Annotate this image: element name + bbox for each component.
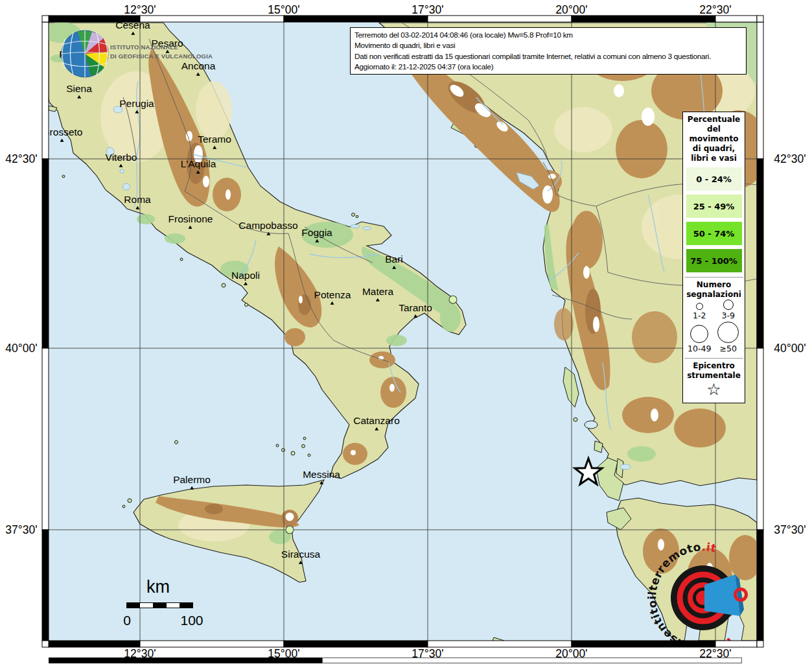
axis-tick-label: 15°00' xyxy=(268,3,299,17)
legend-percent-classes: 0 - 24% 25 - 49% 50 - 74% 75 - 100% xyxy=(685,167,743,272)
legend-report-sizes: 1-2 3-9 10-49 ≥50 xyxy=(685,300,743,353)
axis-tick-label: 42°30' xyxy=(774,152,806,166)
report-count-circle-icon xyxy=(690,325,708,343)
legend-percent-swatch: 0 - 24% xyxy=(686,167,742,191)
bottom-black-bar xyxy=(49,658,322,663)
map-area: www.haisentitoilterremoto.it xyxy=(42,22,768,656)
report-count-label: 10-49 xyxy=(688,344,711,353)
legend-percent-title: Percentuale del movimento di quadri, lib… xyxy=(685,115,743,163)
map-page: www.haisentitoilterremoto.it xyxy=(0,0,812,664)
felt-report-marker xyxy=(286,526,294,534)
event-summary-line: Terremoto del 03-02-2014 04:08:46 (ora l… xyxy=(354,30,742,40)
ambracian-gulf xyxy=(585,421,597,429)
axis-tick-label: 20°00' xyxy=(555,3,587,17)
event-effect-line: Movimento di quadri, libri e vasi xyxy=(354,40,742,51)
axis-tick-label: 17°30' xyxy=(412,3,443,17)
legend-percent-label: 50 - 74% xyxy=(693,229,735,239)
legend-report-size: ≥50 xyxy=(714,322,743,353)
legend-percent-swatch: 25 - 49% xyxy=(686,195,742,218)
ingv-globe-icon xyxy=(62,30,108,77)
scale-end-label: 100 xyxy=(180,613,203,628)
scale-strip xyxy=(126,602,193,608)
legend-percent-swatch: 75 - 100% xyxy=(686,249,742,272)
legend-panel: Percentuale del movimento di quadri, lib… xyxy=(682,112,745,403)
report-count-circle-icon xyxy=(717,322,739,343)
event-disclaimer-line: Dati non verificati estratti da 15 quest… xyxy=(354,51,742,62)
report-count-circle-icon xyxy=(696,303,703,310)
bottom-outline-bar xyxy=(322,658,742,663)
legend-percent-label: 25 - 49% xyxy=(693,202,735,211)
legend-percent-label: 75 - 100% xyxy=(690,256,737,266)
event-updated-line: Aggiornato il: 21-12-2025 04:37 (ora loc… xyxy=(354,62,742,72)
event-info-box: Terremoto del 03-02-2014 04:08:46 (ora l… xyxy=(350,27,747,75)
ingv-org-name: ISTITUTO NAZIONALE DI GEOFISICA E VULCAN… xyxy=(110,43,213,61)
legend-percent-label: 0 - 24% xyxy=(696,174,732,184)
report-count-circle-icon xyxy=(723,300,734,310)
ingv-org-line2: DI GEOFISICA E VULCANOLOGIA xyxy=(110,52,213,61)
axis-tick-label: 22°30' xyxy=(699,3,731,17)
axis-tick-label: 37°30' xyxy=(5,523,37,537)
report-count-label: ≥50 xyxy=(720,344,737,353)
ingv-org-line1: ISTITUTO NAZIONALE xyxy=(110,43,213,52)
legend-report-size: 1-2 xyxy=(685,300,714,320)
scale-unit-label: km xyxy=(146,577,170,597)
felt-report-marker xyxy=(449,296,457,303)
legend-report-size: 3-9 xyxy=(714,300,743,320)
legend-separator xyxy=(685,358,743,359)
report-count-label: 3-9 xyxy=(722,311,735,320)
axis-tick-label: 42°30' xyxy=(5,152,37,166)
axis-tick-label: 40°00' xyxy=(774,342,806,355)
axis-tick-label: 37°30' xyxy=(774,523,806,537)
legend-epicenter-title: Epicentro strumentale xyxy=(685,361,743,381)
legend-separator xyxy=(685,277,743,278)
epicenter-star-glyph: ☆ xyxy=(685,381,743,399)
legend-report-size: 10-49 xyxy=(685,322,714,353)
scale-start-label: 0 xyxy=(123,613,131,628)
axis-tick-label: 40°00' xyxy=(5,342,37,355)
report-count-label: 1-2 xyxy=(693,311,706,320)
legend-percent-swatch: 50 - 74% xyxy=(686,222,742,245)
legend-reports-title: Numero segnalazioni xyxy=(685,280,743,300)
